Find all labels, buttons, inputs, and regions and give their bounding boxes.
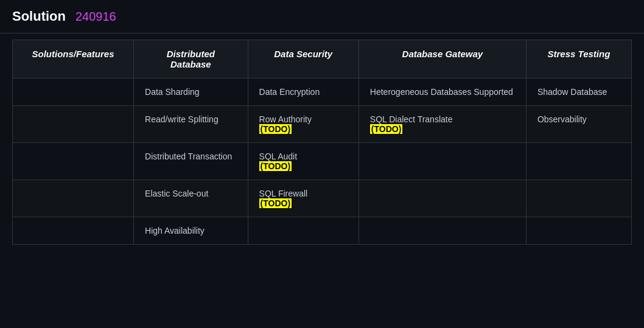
cell-security-2: Row Authority (TODO) [248, 106, 359, 143]
cell-distributed-4: Elastic Scale-out [134, 180, 248, 217]
cell-gateway-5 [359, 217, 526, 245]
page-title: Solution [12, 9, 66, 24]
table-row: Elastic Scale-out SQL Firewall (TODO) [13, 180, 632, 217]
cell-solutions-5 [13, 217, 134, 245]
cell-distributed-5: High Availability [134, 217, 248, 245]
cell-gateway-3 [359, 143, 526, 180]
table-row: Distributed Transaction SQL Audit (TODO) [13, 143, 632, 180]
features-table: Solutions/Features DistributedDatabase D… [12, 40, 632, 245]
cell-stress-1: Shadow Database [526, 79, 631, 106]
cell-distributed-2: Read/write Splitting [134, 106, 248, 143]
table-row: Data Sharding Data Encryption Heterogene… [13, 79, 632, 106]
cell-gateway-2: SQL Dialect Translate (TODO) [359, 106, 526, 143]
cell-solutions-2 [13, 106, 134, 143]
cell-stress-2: Observability [526, 106, 631, 143]
todo-badge: (TODO) [259, 161, 292, 171]
solution-id: 240916 [75, 10, 116, 24]
cell-distributed-3: Distributed Transaction [134, 143, 248, 180]
cell-stress-5 [526, 217, 631, 245]
todo-badge: (TODO) [259, 198, 292, 208]
page-header: Solution 240916 [0, 0, 644, 33]
cell-security-3: SQL Audit (TODO) [248, 143, 359, 180]
cell-security-4: SQL Firewall (TODO) [248, 180, 359, 217]
main-content: Solutions/Features DistributedDatabase D… [0, 33, 644, 257]
cell-solutions-4 [13, 180, 134, 217]
col-header-solutions: Solutions/Features [13, 40, 134, 79]
cell-gateway-1: Heterogeneous Databases Supported [359, 79, 526, 106]
col-header-gateway: Database Gateway [359, 40, 526, 79]
cell-stress-4 [526, 180, 631, 217]
col-header-security: Data Security [248, 40, 359, 79]
todo-badge: (TODO) [259, 124, 292, 134]
col-header-stress: Stress Testing [526, 40, 631, 79]
col-header-distributed: DistributedDatabase [134, 40, 248, 79]
table-row: High Availability [13, 217, 632, 245]
todo-badge: (TODO) [370, 124, 403, 134]
cell-stress-3 [526, 143, 631, 180]
cell-solutions-3 [13, 143, 134, 180]
cell-gateway-4 [359, 180, 526, 217]
cell-security-1: Data Encryption [248, 79, 359, 106]
cell-distributed-1: Data Sharding [134, 79, 248, 106]
table-row: Read/write Splitting Row Authority (TODO… [13, 106, 632, 143]
table-header-row: Solutions/Features DistributedDatabase D… [13, 40, 632, 79]
cell-solutions-1 [13, 79, 134, 106]
cell-security-5 [248, 217, 359, 245]
